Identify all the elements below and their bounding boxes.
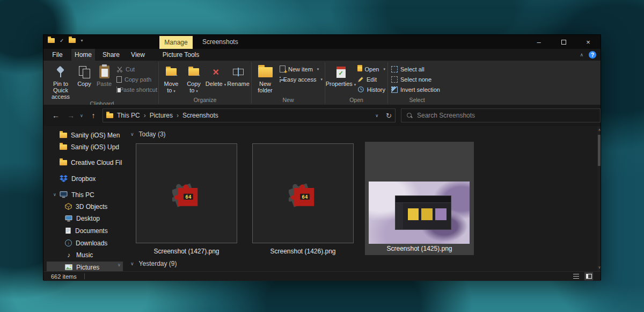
minimize-button[interactable]: –	[526, 35, 551, 49]
ribbon-group-open: Properties▾ Open ▾ Edit	[326, 61, 386, 105]
sidebar-item-3d-objects[interactable]: 3D Objects	[47, 201, 123, 212]
tab-view[interactable]: View	[127, 49, 149, 61]
qat-folder-icon[interactable]	[69, 38, 76, 43]
scroll-down-arrow-icon[interactable]: ∨	[597, 265, 601, 270]
file-tile-screenshot-1427[interactable]: 64	[136, 143, 237, 243]
ribbon-separator	[387, 62, 388, 104]
breadcrumb-screenshots[interactable]: Screenshots	[179, 112, 222, 119]
copy-to-icon: →	[188, 68, 199, 76]
sidebar-item-music[interactable]: ♪ Music	[47, 249, 123, 260]
delete-button[interactable]: × Delete▾	[205, 62, 226, 96]
expander-chevron-icon[interactable]: ∨	[53, 189, 56, 200]
manage-contextual-tab[interactable]: Manage	[159, 36, 193, 49]
status-divider	[84, 273, 85, 279]
pictures-icon	[65, 264, 72, 270]
tab-file[interactable]: File	[48, 49, 67, 61]
address-row: ← → ∨ ↑ This PC › Pictures › Screenshots…	[43, 105, 601, 126]
address-dropdown-caret-icon[interactable]: ∨	[375, 113, 378, 118]
sidebar-item-desktop[interactable]: Desktop	[47, 213, 123, 224]
sidebar-scroll-down-icon[interactable]: ∨	[118, 263, 121, 267]
maximize-icon	[561, 40, 566, 45]
details-view-button[interactable]	[572, 272, 580, 280]
back-button[interactable]: ←	[50, 109, 62, 122]
organize-group-label: Organize	[160, 96, 250, 105]
ribbon-group-new: New folder New item ▾ Easy access ▾	[253, 61, 324, 105]
select-all-button[interactable]: Select all	[389, 64, 445, 74]
sidebar-item-this-pc[interactable]: ∨ This PC	[47, 189, 123, 200]
easy-access-button[interactable]: Easy access ▾	[277, 74, 323, 84]
tab-picture-tools[interactable]: Picture Tools	[157, 49, 204, 61]
sidebar-item-creative-cloud[interactable]: Creative Cloud Fil	[47, 157, 123, 168]
sidebar-item-pictures[interactable]: Pictures	[47, 262, 123, 271]
invert-selection-button[interactable]: Invert selection	[389, 84, 445, 95]
copy-path-icon	[116, 76, 122, 83]
file-name[interactable]: Screenshot (1427).png	[136, 248, 237, 255]
file-name[interactable]: Screenshot (1425).png	[365, 245, 474, 252]
pin-label: Pin to Quick access	[47, 81, 75, 100]
scrollbar-thumb[interactable]	[598, 135, 601, 166]
refresh-icon[interactable]: ↻	[386, 112, 392, 120]
documents-icon	[65, 227, 71, 234]
sidebar-item-downloads[interactable]: ↓ Downloads	[47, 237, 123, 249]
select-none-button[interactable]: Select none	[389, 74, 445, 84]
music-icon: ♪	[65, 251, 72, 259]
sidebar-item-dropbox[interactable]: Dropbox	[47, 173, 123, 184]
edit-label: Edit	[367, 76, 377, 83]
recent-locations-caret-icon[interactable]: ∨	[78, 109, 85, 122]
file-name[interactable]: Screenshot (1426).png	[252, 248, 354, 255]
scroll-up-arrow-icon[interactable]: ∧	[597, 128, 601, 132]
collapse-ribbon-icon[interactable]: ∧	[580, 52, 583, 57]
properties-button[interactable]: Properties▾	[326, 62, 355, 96]
qat-checkmark-icon[interactable]: ✓	[60, 38, 64, 43]
3d-objects-icon	[65, 203, 72, 210]
help-icon[interactable]: ?	[589, 51, 596, 59]
group-header-today[interactable]: ∨ Today (3)	[130, 130, 166, 138]
move-to-button[interactable]: → Move to▾	[160, 62, 182, 96]
paste-button[interactable]: Paste	[94, 62, 114, 100]
cut-button[interactable]: Cut	[114, 64, 157, 74]
edit-button[interactable]: Edit	[355, 74, 385, 84]
new-item-label: New item	[288, 66, 313, 72]
sidebar-label: Pictures	[76, 264, 99, 271]
window-title: Screenshots	[202, 35, 238, 49]
history-button[interactable]: History	[355, 84, 385, 95]
copy-path-button[interactable]: Copy path	[114, 74, 157, 84]
cut-icon	[116, 66, 123, 72]
group-collapse-chevron-icon[interactable]: ∨	[130, 261, 134, 266]
ribbon-separator	[251, 62, 252, 104]
sidebar-label: Desktop	[76, 215, 100, 222]
up-button[interactable]: ↑	[87, 109, 99, 122]
close-button[interactable]: ×	[576, 35, 601, 49]
select-group-label: Select	[389, 96, 445, 105]
file-tile-screenshot-1426[interactable]: 64	[252, 143, 354, 243]
pin-to-quick-access-button[interactable]: Pin to Quick access	[47, 62, 75, 100]
tab-share[interactable]: Share	[99, 49, 123, 61]
breadcrumb-this-pc[interactable]: This PC	[113, 112, 144, 119]
sidebar-item-sanity-upd[interactable]: Sanity (iOS) Upd	[47, 141, 123, 153]
copy-to-button[interactable]: → Copy to▾	[182, 62, 205, 96]
sidebar-item-sanity-men[interactable]: Sanity (iOS) Men	[47, 129, 123, 141]
new-item-button[interactable]: New item ▾	[277, 64, 323, 74]
open-button[interactable]: Open ▾	[355, 64, 385, 74]
qat-customize-caret-icon[interactable]: ▾	[80, 38, 83, 43]
address-bar[interactable]: This PC › Pictures › Screenshots ∨ ↻	[103, 108, 396, 122]
paste-shortcut-button[interactable]: Paste shortcut	[114, 84, 157, 95]
file-tile-screenshot-1425-selected[interactable]: Screenshot (1425).png	[365, 142, 474, 255]
sidebar-item-documents[interactable]: Documents	[47, 225, 123, 236]
screenshot-thumbnail-image	[369, 182, 470, 244]
new-folder-button[interactable]: New folder	[253, 62, 277, 96]
thumbnails-view-button[interactable]	[584, 272, 593, 280]
tab-home[interactable]: Home	[71, 49, 95, 61]
group-collapse-chevron-icon[interactable]: ∨	[130, 132, 134, 137]
search-placeholder: Search Screenshots	[417, 112, 475, 119]
search-input[interactable]: Search Screenshots	[401, 108, 601, 122]
group-header-yesterday[interactable]: ∨ Yesterday (9)	[130, 260, 177, 267]
copy-button[interactable]: Copy	[75, 62, 94, 100]
rename-button[interactable]: Rename	[226, 62, 250, 96]
properties-icon	[336, 67, 346, 78]
titlebar: ✓ ▾ Manage Screenshots – ×	[43, 35, 601, 49]
breadcrumb-pictures[interactable]: Pictures	[146, 112, 177, 119]
maximize-button[interactable]	[551, 35, 576, 49]
content-scrollbar[interactable]: ∧ ∨	[597, 126, 601, 271]
forward-button[interactable]: →	[65, 109, 77, 122]
